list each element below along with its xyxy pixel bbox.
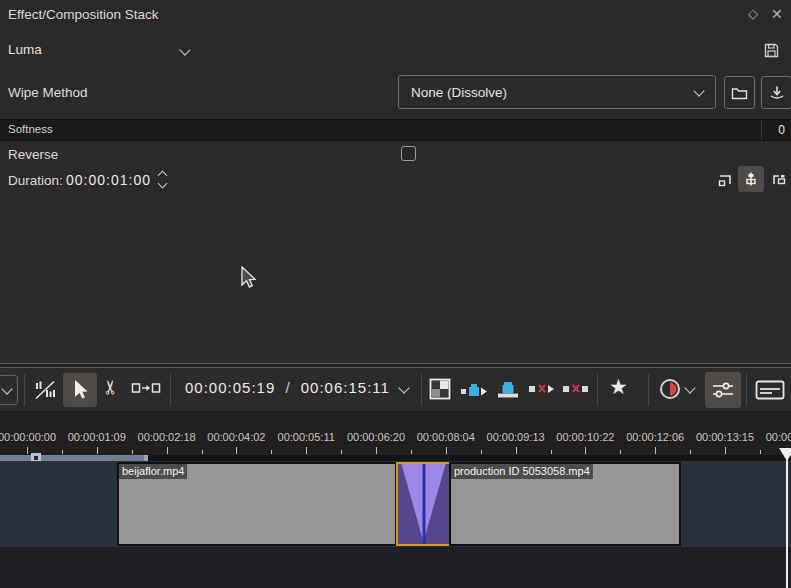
softness-slider[interactable]: Softness 0 xyxy=(0,119,791,141)
extract-zone-button[interactable] xyxy=(529,382,557,397)
chevron-down-icon xyxy=(179,44,190,55)
ruler-tick-major xyxy=(655,447,656,454)
track-header-collapse-dropdown[interactable] xyxy=(0,375,18,405)
overwrite-zone-button[interactable] xyxy=(496,380,520,399)
ruler-tick-minor xyxy=(271,450,272,454)
align-center-icon xyxy=(743,171,759,187)
ruler-tick-major xyxy=(446,447,447,454)
ruler-timecode: 00:00:04:02 xyxy=(207,431,265,443)
clip-label: production ID 5053058.mp4 xyxy=(451,464,593,479)
toolbar-divider xyxy=(421,374,422,406)
edit-mode-icon xyxy=(34,380,56,400)
download-icon xyxy=(769,85,785,101)
zone-marker-handle[interactable] xyxy=(31,453,41,461)
ruler-timecode: 00:00:01:09 xyxy=(68,431,126,443)
save-effect-stack-button[interactable] xyxy=(763,42,781,60)
open-file-button[interactable] xyxy=(724,76,755,109)
reverse-label: Reverse xyxy=(8,147,58,162)
clip-label: beijaflor.mp4 xyxy=(119,464,187,479)
timecode-separator: / xyxy=(285,379,290,396)
wipe-method-value: None (Dissolve) xyxy=(411,85,507,100)
chevron-down-icon xyxy=(1,383,12,394)
mixer-toggle-button[interactable] xyxy=(705,372,741,408)
softness-value: 0 xyxy=(778,123,785,137)
lift-zone-button[interactable] xyxy=(563,382,589,397)
ruler-timecode: 00:00:09:13 xyxy=(487,431,545,443)
clip-cut-line xyxy=(422,464,425,544)
subtitle-tool-button[interactable] xyxy=(755,380,785,400)
timeline-clip[interactable]: beijaflor.mp4 xyxy=(117,462,397,546)
selection-tool-button[interactable] xyxy=(63,373,97,407)
mix-clips-button[interactable] xyxy=(429,378,451,400)
lift-zone-icon xyxy=(563,382,589,397)
wipe-method-dropdown[interactable]: None (Dissolve) xyxy=(398,75,716,109)
ruler-timecode: 00:00:02:18 xyxy=(138,431,196,443)
slider-value-divider xyxy=(761,120,762,140)
toolbar-divider xyxy=(746,374,747,406)
extract-zone-icon xyxy=(529,382,557,397)
ruler-timecode: 00:00:14:24 xyxy=(766,431,791,443)
playhead-line[interactable] xyxy=(786,460,788,588)
spacer-tool-button[interactable] xyxy=(131,379,161,397)
folder-icon xyxy=(731,86,748,100)
timeline-ruler[interactable]: 00:00:00:0000:00:01:0900:00:02:1800:00:0… xyxy=(0,412,791,461)
composition-align-left-button[interactable] xyxy=(712,167,738,193)
ruler-tick-major xyxy=(236,447,237,454)
timeline-track[interactable]: beijaflor.mp4 production ID 5053058.mp4 xyxy=(0,461,791,547)
effect-composition-stack-panel: Effect/Composition Stack ◇ ✕ Luma Wipe M… xyxy=(0,0,791,364)
razor-tool-button[interactable]: ✂ xyxy=(99,380,122,396)
ruler-tick-minor xyxy=(620,450,621,454)
ruler-tick-major xyxy=(725,447,726,454)
ruler-tick-minor xyxy=(62,450,63,454)
toolbar-divider xyxy=(24,374,25,406)
ruler-tick-minor xyxy=(132,450,133,454)
composition-align-right-button[interactable] xyxy=(766,167,791,193)
audio-record-button[interactable] xyxy=(658,377,682,401)
ruler-tick-major xyxy=(585,447,586,454)
download-composition-button[interactable] xyxy=(761,76,791,109)
timeline-toolbar: ✂ 00:00:05:19 / 00:06:15:11 xyxy=(0,368,791,412)
ruler-tick-major xyxy=(516,447,517,454)
composition-align-center-button[interactable] xyxy=(738,166,764,192)
ruler-tick-major xyxy=(97,447,98,454)
subtitle-icon xyxy=(755,380,785,400)
mouse-cursor xyxy=(239,266,259,290)
reverse-checkbox[interactable] xyxy=(401,146,416,161)
timecode-current: 00:00:05:19 xyxy=(185,379,275,396)
timeline-clip[interactable]: production ID 5053058.mp4 xyxy=(449,462,681,546)
ruler-tick-minor xyxy=(551,450,552,454)
effect-selector-value: Luma xyxy=(8,42,42,57)
mixer-sliders-icon xyxy=(712,381,734,399)
overwrite-zone-icon xyxy=(496,380,520,399)
ruler-tick-minor xyxy=(202,450,203,454)
toolbar-divider xyxy=(170,374,171,406)
insert-zone-icon xyxy=(461,381,489,399)
float-panel-icon[interactable]: ◇ xyxy=(748,6,758,21)
effect-selector-dropdown[interactable]: Luma xyxy=(0,40,210,64)
record-icon xyxy=(658,377,682,401)
favorite-effects-button[interactable]: ★ xyxy=(609,375,628,399)
chevron-down-icon xyxy=(693,85,704,96)
chevron-down-icon[interactable] xyxy=(398,382,409,393)
toolbar-divider xyxy=(597,374,598,406)
duration-value[interactable]: 00:00:01:00 xyxy=(66,172,151,188)
insert-zone-button[interactable] xyxy=(461,381,489,399)
ruler-tick-major xyxy=(306,447,307,454)
timeline-lower-area xyxy=(0,547,791,588)
timeline-edit-mode-button[interactable] xyxy=(31,376,59,404)
playhead-marker[interactable] xyxy=(779,448,791,461)
duration-spinner[interactable] xyxy=(159,172,166,187)
luma-transition-mix[interactable] xyxy=(396,462,451,546)
align-left-icon xyxy=(717,172,733,188)
ruler-timecode: 00:00:12:06 xyxy=(626,431,684,443)
close-panel-icon[interactable]: ✕ xyxy=(771,6,783,22)
ruler-tick-major xyxy=(27,447,28,454)
timeline-timecode[interactable]: 00:00:05:19 / 00:06:15:11 xyxy=(185,379,390,396)
ruler-timecode: 00:00:00:00 xyxy=(0,431,56,443)
softness-label: Softness xyxy=(8,123,53,135)
selection-arrow-icon xyxy=(71,379,89,401)
chevron-down-icon[interactable] xyxy=(684,382,695,393)
panel-title: Effect/Composition Stack xyxy=(8,7,159,22)
ruler-tick-minor xyxy=(690,450,691,454)
ruler-tick-major xyxy=(167,447,168,454)
